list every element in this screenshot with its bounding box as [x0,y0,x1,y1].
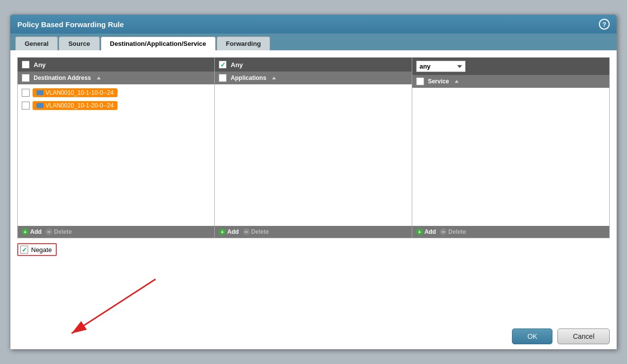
service-header: any [412,58,609,75]
add-icon: + [22,228,29,235]
dialog-title: Policy Based Forwarding Rule [17,20,124,29]
applications-col: ✓ Any Applications + Add [215,58,412,238]
three-column-grid: Any Destination Address VLAN0010_10-1-10… [17,57,610,238]
service-subheader: Service [412,75,609,88]
item-checkbox-0[interactable] [22,89,30,97]
negate-checkbox[interactable]: ✓ [20,246,28,254]
applications-any-header: ✓ Any [215,58,411,72]
applications-col-header: Applications [231,74,266,81]
destination-header-checkbox[interactable] [22,74,30,82]
service-col-header: Service [428,78,449,85]
tab-bar: General Source Destination/Application/S… [10,34,617,50]
applications-delete-label: Delete [251,228,269,235]
service-header-checkbox[interactable] [416,77,424,85]
applications-sort-icon [272,76,276,79]
service-sort-icon [455,80,459,83]
destination-delete-label: Delete [54,228,72,235]
negate-label: Negate [31,246,52,254]
applications-subheader: Applications [215,72,411,84]
applications-list [215,84,411,226]
help-icon[interactable]: ? [599,19,610,30]
destination-any-header: Any [18,58,214,72]
applications-add-label: Add [227,228,238,235]
service-add-label: Add [425,228,436,235]
columns-wrapper: Any Destination Address VLAN0010_10-1-10… [17,57,610,238]
dropdown-arrow-icon [457,65,462,68]
list-item[interactable]: VLAN0010_10-1-10-0--24 [18,86,214,99]
add-icon: + [219,228,226,235]
service-list [412,88,609,226]
destination-footer: + Add − Delete [18,226,214,238]
content-area: Any Destination Address VLAN0010_10-1-10… [10,50,617,324]
item-badge-1: VLAN0020_10-1-20-0--24 [33,101,118,110]
service-delete-btn[interactable]: − Delete [440,228,466,235]
service-dropdown-value: any [420,63,431,70]
list-item[interactable]: VLAN0020_10-1-20-0--24 [18,99,214,112]
destination-list: VLAN0010_10-1-10-0--24 VLAN0020_10-1-20-… [18,84,214,226]
destination-subheader: Destination Address [18,72,214,84]
applications-add-btn[interactable]: + Add [219,228,238,235]
service-delete-label: Delete [448,228,466,235]
item-icon-1 [37,103,43,108]
dialog-footer: OK Cancel [10,324,617,349]
destination-add-btn[interactable]: + Add [22,228,41,235]
destination-sort-icon [97,76,101,79]
destination-add-label: Add [30,228,41,235]
item-checkbox-1[interactable] [22,102,30,109]
destination-col: Any Destination Address VLAN0010_10-1-10… [18,58,215,238]
tab-general[interactable]: General [15,36,58,50]
applications-footer: + Add − Delete [215,226,411,238]
applications-any-checkbox[interactable]: ✓ [219,61,227,69]
cancel-button[interactable]: Cancel [557,328,610,344]
ok-button[interactable]: OK [512,328,552,344]
destination-col-header: Destination Address [34,74,91,81]
policy-forwarding-dialog: Policy Based Forwarding Rule ? General S… [10,14,617,350]
item-icon-0 [37,90,43,95]
delete-icon: − [243,228,250,235]
destination-any-checkbox[interactable] [22,61,30,69]
item-badge-0: VLAN0010_10-1-10-0--24 [33,88,118,97]
applications-any-label: Any [231,61,243,69]
item-label-0: VLAN0010_10-1-10-0--24 [45,89,114,96]
destination-any-label: Any [34,61,46,69]
applications-header-checkbox[interactable] [219,74,227,82]
title-bar: Policy Based Forwarding Rule ? [10,15,617,34]
delete-icon: − [440,228,447,235]
service-col: any Service + [412,58,609,238]
tab-forwarding[interactable]: Forwarding [217,36,271,50]
applications-delete-btn[interactable]: − Delete [243,228,269,235]
service-dropdown[interactable]: any [416,61,466,72]
item-label-1: VLAN0020_10-1-20-0--24 [45,102,114,109]
tab-source[interactable]: Source [59,36,99,50]
negate-row: ✓ Negate [17,243,610,256]
add-icon: + [416,228,423,235]
service-add-btn[interactable]: + Add [416,228,436,235]
destination-delete-btn[interactable]: − Delete [45,228,72,235]
negate-wrapper: ✓ Negate [17,243,57,256]
service-footer: + Add − Delete [412,226,609,238]
tab-destination[interactable]: Destination/Application/Service [101,36,216,50]
delete-icon: − [45,228,52,235]
